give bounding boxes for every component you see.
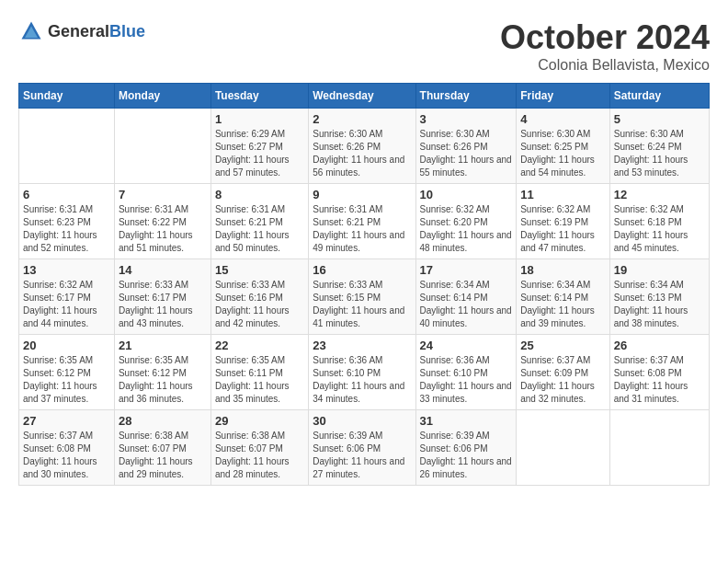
- day-info: Sunrise: 6:38 AMSunset: 6:07 PMDaylight:…: [119, 430, 207, 481]
- calendar-cell: [517, 410, 610, 486]
- calendar-cell: 23Sunrise: 6:36 AMSunset: 6:10 PMDayligh…: [309, 335, 415, 410]
- location-subtitle: Colonia Bellavista, Mexico: [500, 57, 710, 74]
- calendar-cell: 6Sunrise: 6:31 AMSunset: 6:23 PMDaylight…: [19, 184, 115, 259]
- logo-icon: [18, 18, 44, 44]
- calendar-cell: 10Sunrise: 6:32 AMSunset: 6:20 PMDayligh…: [415, 184, 517, 259]
- weekday-header-tuesday: Tuesday: [210, 84, 308, 109]
- calendar-cell: 11Sunrise: 6:32 AMSunset: 6:19 PMDayligh…: [517, 184, 610, 259]
- month-title: October 2024: [500, 18, 710, 57]
- day-info: Sunrise: 6:37 AMSunset: 6:08 PMDaylight:…: [614, 354, 705, 406]
- day-info: Sunrise: 6:31 AMSunset: 6:23 PMDaylight:…: [23, 203, 110, 255]
- calendar-cell: 17Sunrise: 6:34 AMSunset: 6:14 PMDayligh…: [415, 259, 517, 335]
- day-number: 21: [119, 339, 207, 352]
- calendar-cell: 14Sunrise: 6:33 AMSunset: 6:17 PMDayligh…: [114, 259, 210, 335]
- calendar-cell: 4Sunrise: 6:30 AMSunset: 6:25 PMDaylight…: [517, 109, 610, 184]
- day-number: 28: [119, 414, 207, 428]
- calendar-cell: 24Sunrise: 6:36 AMSunset: 6:10 PMDayligh…: [415, 335, 517, 410]
- day-number: 19: [614, 263, 705, 277]
- calendar-cell: [114, 109, 210, 184]
- day-number: 2: [313, 112, 411, 126]
- day-info: Sunrise: 6:32 AMSunset: 6:19 PMDaylight:…: [520, 203, 606, 255]
- day-number: 27: [23, 414, 110, 428]
- day-number: 22: [215, 339, 304, 352]
- calendar-cell: 2Sunrise: 6:30 AMSunset: 6:26 PMDaylight…: [309, 109, 415, 184]
- day-number: 30: [313, 414, 411, 428]
- calendar-week-3: 13Sunrise: 6:32 AMSunset: 6:17 PMDayligh…: [19, 259, 710, 335]
- calendar-cell: 30Sunrise: 6:39 AMSunset: 6:06 PMDayligh…: [309, 410, 415, 486]
- day-info: Sunrise: 6:33 AMSunset: 6:15 PMDaylight:…: [313, 279, 411, 330]
- day-info: Sunrise: 6:34 AMSunset: 6:14 PMDaylight:…: [420, 279, 513, 330]
- calendar-body: 1Sunrise: 6:29 AMSunset: 6:27 PMDaylight…: [19, 109, 710, 486]
- calendar-cell: 25Sunrise: 6:37 AMSunset: 6:09 PMDayligh…: [517, 335, 610, 410]
- day-info: Sunrise: 6:30 AMSunset: 6:25 PMDaylight:…: [520, 128, 606, 179]
- day-number: 26: [614, 339, 705, 352]
- calendar-cell: 21Sunrise: 6:35 AMSunset: 6:12 PMDayligh…: [114, 335, 210, 410]
- day-info: Sunrise: 6:36 AMSunset: 6:10 PMDaylight:…: [313, 354, 411, 406]
- day-info: Sunrise: 6:30 AMSunset: 6:24 PMDaylight:…: [614, 128, 705, 179]
- calendar-cell: 13Sunrise: 6:32 AMSunset: 6:17 PMDayligh…: [19, 259, 115, 335]
- calendar-cell: [19, 109, 115, 184]
- day-number: 16: [313, 263, 411, 277]
- calendar-cell: 1Sunrise: 6:29 AMSunset: 6:27 PMDaylight…: [210, 109, 308, 184]
- day-number: 4: [520, 112, 606, 126]
- day-info: Sunrise: 6:39 AMSunset: 6:06 PMDaylight:…: [420, 430, 513, 481]
- calendar-cell: 31Sunrise: 6:39 AMSunset: 6:06 PMDayligh…: [415, 410, 517, 486]
- day-number: 24: [420, 339, 513, 352]
- day-info: Sunrise: 6:31 AMSunset: 6:22 PMDaylight:…: [119, 203, 207, 255]
- calendar-cell: 12Sunrise: 6:32 AMSunset: 6:18 PMDayligh…: [609, 184, 709, 259]
- day-number: 23: [313, 339, 411, 352]
- weekday-header-saturday: Saturday: [609, 84, 709, 109]
- day-info: Sunrise: 6:35 AMSunset: 6:12 PMDaylight:…: [23, 354, 110, 406]
- calendar-cell: 20Sunrise: 6:35 AMSunset: 6:12 PMDayligh…: [19, 335, 115, 410]
- day-number: 31: [420, 414, 513, 428]
- calendar-week-2: 6Sunrise: 6:31 AMSunset: 6:23 PMDaylight…: [19, 184, 710, 259]
- weekday-header-wednesday: Wednesday: [309, 84, 415, 109]
- weekday-header-thursday: Thursday: [415, 84, 517, 109]
- day-info: Sunrise: 6:33 AMSunset: 6:17 PMDaylight:…: [119, 279, 207, 330]
- calendar-cell: 28Sunrise: 6:38 AMSunset: 6:07 PMDayligh…: [114, 410, 210, 486]
- day-number: 8: [215, 188, 304, 201]
- day-info: Sunrise: 6:34 AMSunset: 6:13 PMDaylight:…: [614, 279, 705, 330]
- day-info: Sunrise: 6:34 AMSunset: 6:14 PMDaylight:…: [520, 279, 606, 330]
- calendar-week-4: 20Sunrise: 6:35 AMSunset: 6:12 PMDayligh…: [19, 335, 710, 410]
- calendar-cell: 22Sunrise: 6:35 AMSunset: 6:11 PMDayligh…: [210, 335, 308, 410]
- day-number: 11: [520, 188, 606, 201]
- header: GeneralBlue October 2024 Colonia Bellavi…: [18, 18, 710, 74]
- title-area: October 2024 Colonia Bellavista, Mexico: [500, 18, 710, 74]
- day-number: 10: [420, 188, 513, 201]
- day-info: Sunrise: 6:30 AMSunset: 6:26 PMDaylight:…: [313, 128, 411, 179]
- day-info: Sunrise: 6:30 AMSunset: 6:26 PMDaylight:…: [420, 128, 513, 179]
- weekday-row: SundayMondayTuesdayWednesdayThursdayFrid…: [19, 84, 710, 109]
- calendar-header: SundayMondayTuesdayWednesdayThursdayFrid…: [19, 84, 710, 109]
- day-number: 3: [420, 112, 513, 126]
- day-number: 17: [420, 263, 513, 277]
- day-number: 18: [520, 263, 606, 277]
- day-info: Sunrise: 6:37 AMSunset: 6:08 PMDaylight:…: [23, 430, 110, 481]
- day-info: Sunrise: 6:36 AMSunset: 6:10 PMDaylight:…: [420, 354, 513, 406]
- calendar-cell: 29Sunrise: 6:38 AMSunset: 6:07 PMDayligh…: [210, 410, 308, 486]
- day-info: Sunrise: 6:31 AMSunset: 6:21 PMDaylight:…: [313, 203, 411, 255]
- calendar-cell: 7Sunrise: 6:31 AMSunset: 6:22 PMDaylight…: [114, 184, 210, 259]
- calendar-cell: [609, 410, 709, 486]
- weekday-header-monday: Monday: [114, 84, 210, 109]
- logo: GeneralBlue: [18, 18, 145, 44]
- calendar-cell: 3Sunrise: 6:30 AMSunset: 6:26 PMDaylight…: [415, 109, 517, 184]
- calendar-week-5: 27Sunrise: 6:37 AMSunset: 6:08 PMDayligh…: [19, 410, 710, 486]
- calendar-week-1: 1Sunrise: 6:29 AMSunset: 6:27 PMDaylight…: [19, 109, 710, 184]
- day-info: Sunrise: 6:31 AMSunset: 6:21 PMDaylight:…: [215, 203, 304, 255]
- day-info: Sunrise: 6:35 AMSunset: 6:11 PMDaylight:…: [215, 354, 304, 406]
- calendar-cell: 18Sunrise: 6:34 AMSunset: 6:14 PMDayligh…: [517, 259, 610, 335]
- day-info: Sunrise: 6:29 AMSunset: 6:27 PMDaylight:…: [215, 128, 304, 179]
- weekday-header-friday: Friday: [517, 84, 610, 109]
- weekday-header-sunday: Sunday: [19, 84, 115, 109]
- day-info: Sunrise: 6:38 AMSunset: 6:07 PMDaylight:…: [215, 430, 304, 481]
- day-info: Sunrise: 6:37 AMSunset: 6:09 PMDaylight:…: [520, 354, 606, 406]
- day-info: Sunrise: 6:32 AMSunset: 6:20 PMDaylight:…: [420, 203, 513, 255]
- day-number: 7: [119, 188, 207, 201]
- calendar-cell: 19Sunrise: 6:34 AMSunset: 6:13 PMDayligh…: [609, 259, 709, 335]
- day-number: 25: [520, 339, 606, 352]
- day-number: 15: [215, 263, 304, 277]
- calendar-cell: 8Sunrise: 6:31 AMSunset: 6:21 PMDaylight…: [210, 184, 308, 259]
- day-number: 14: [119, 263, 207, 277]
- calendar-cell: 27Sunrise: 6:37 AMSunset: 6:08 PMDayligh…: [19, 410, 115, 486]
